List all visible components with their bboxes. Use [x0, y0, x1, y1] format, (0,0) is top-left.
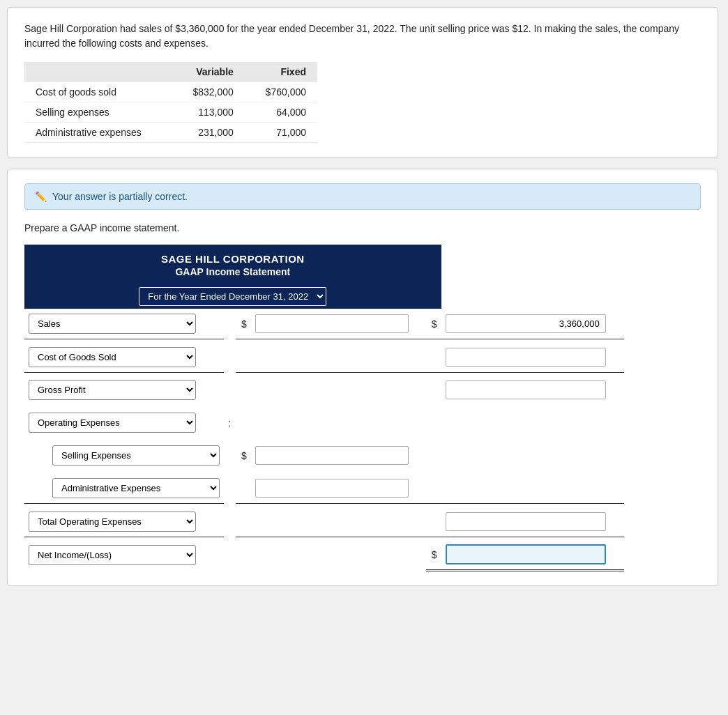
colon: : — [224, 408, 236, 438]
problem-description: Sage Hill Corporation had sales of $3,36… — [24, 22, 701, 51]
dollar-sign-left-empty — [236, 507, 250, 537]
col-header-label — [24, 62, 172, 82]
label-select-cell[interactable]: Cost of Goods Sold — [24, 342, 224, 373]
dollar-sign-right-empty — [426, 507, 441, 537]
amount-left-cell-empty — [251, 375, 427, 405]
amount-right-input[interactable] — [446, 512, 606, 531]
period-row: For the Year Ended December 31, 2022 — [24, 280, 624, 309]
income-row: Total Operating Expenses — [24, 507, 624, 537]
amount-left-input[interactable] — [255, 314, 409, 333]
income-row: Operating Expenses : — [24, 408, 624, 438]
amount-right-cell[interactable] — [441, 342, 624, 373]
amount-left-input[interactable] — [255, 446, 409, 465]
costs-table: Variable Fixed Cost of goods sold $832,0… — [24, 62, 317, 143]
amount-right-cell[interactable] — [441, 507, 624, 537]
answer-card: ✏️ Your answer is partially correct. Pre… — [7, 169, 718, 586]
dollar-sign-right-empty — [426, 342, 441, 373]
dollar-sign-right: $ — [426, 539, 441, 571]
label-select[interactable]: Administrative Expenses — [52, 478, 220, 498]
colon-spacer — [224, 473, 236, 504]
label-select[interactable]: Selling Expenses — [52, 445, 220, 466]
label-select-cell[interactable]: Total Operating Expenses — [24, 507, 224, 537]
colon-spacer — [224, 539, 236, 571]
pencil-icon: ✏️ — [35, 191, 47, 202]
colon-spacer — [224, 507, 236, 537]
dollar-sign-right-empty — [426, 408, 441, 438]
amount-right-input[interactable] — [446, 380, 606, 399]
income-row: Gross Profit — [24, 375, 624, 405]
amount-right-cell-empty — [441, 440, 624, 470]
amount-right-input[interactable] — [446, 544, 606, 564]
label-select-cell[interactable]: Net Income/(Loss) — [24, 539, 224, 571]
dollar-sign-left: $ — [236, 440, 250, 470]
dollar-sign-right: $ — [426, 309, 441, 339]
label-select[interactable]: Net Income/(Loss) — [29, 545, 196, 565]
col-header-variable: Variable — [172, 62, 245, 82]
label-select-cell[interactable]: Administrative Expenses — [24, 473, 224, 504]
amount-right-input[interactable] — [446, 314, 606, 333]
row-variable: $832,000 — [172, 82, 245, 102]
partial-correct-message: Your answer is partially correct. — [52, 191, 188, 202]
label-select-cell[interactable]: Operating Expenses — [24, 408, 224, 438]
dollar-sign-left-empty — [236, 408, 250, 438]
dollar-sign-right-empty — [426, 473, 441, 504]
colon-spacer — [224, 309, 236, 339]
amount-left-input[interactable] — [255, 479, 409, 498]
label-select[interactable]: Total Operating Expenses — [29, 512, 196, 532]
row-variable: 231,000 — [172, 123, 245, 143]
amount-right-cell[interactable] — [441, 539, 624, 571]
stmt-title: GAAP Income Statement — [30, 266, 436, 277]
row-fixed: 71,000 — [245, 123, 317, 143]
col-header-fixed: Fixed — [245, 62, 317, 82]
row-label: Cost of goods sold — [24, 82, 172, 102]
row-variable: 113,000 — [172, 102, 245, 123]
income-row: Net Income/(Loss) $ — [24, 539, 624, 571]
row-fixed: 64,000 — [245, 102, 317, 123]
dollar-sign-left-empty — [236, 342, 250, 373]
colon-spacer — [224, 440, 236, 470]
label-select[interactable]: Operating Expenses — [29, 413, 196, 433]
amount-left-cell-empty — [251, 507, 427, 537]
label-select-cell[interactable]: Selling Expenses — [24, 440, 224, 470]
table-row: Selling expenses 113,000 64,000 — [24, 102, 317, 123]
label-select[interactable]: Gross Profit — [29, 380, 196, 400]
amount-right-cell[interactable] — [441, 375, 624, 405]
amount-right-cell[interactable] — [441, 309, 624, 339]
label-select-cell[interactable]: Gross Profit — [24, 375, 224, 405]
amount-left-cell[interactable] — [251, 473, 427, 504]
amount-left-cell-empty — [251, 342, 427, 373]
label-select[interactable]: Sales — [29, 314, 196, 334]
income-statement-table: SAGE HILL CORPORATION GAAP Income Statem… — [24, 245, 624, 571]
dollar-sign-left: $ — [236, 309, 250, 339]
income-row: Cost of Goods Sold — [24, 342, 624, 373]
amount-left-cell-empty — [251, 539, 427, 571]
amount-right-input[interactable] — [446, 348, 606, 367]
label-select[interactable]: Cost of Goods Sold — [29, 347, 196, 367]
colon-spacer — [224, 375, 236, 405]
table-row: Cost of goods sold $832,000 $760,000 — [24, 82, 317, 102]
income-row: Sales $ $ — [24, 309, 624, 339]
row-label: Selling expenses — [24, 102, 172, 123]
prepare-label: Prepare a GAAP income statement. — [24, 222, 701, 233]
company-name: SAGE HILL CORPORATION — [30, 253, 436, 265]
partial-correct-banner: ✏️ Your answer is partially correct. — [24, 183, 701, 210]
dollar-sign-left-empty — [236, 473, 250, 504]
income-row: Selling Expenses $ — [24, 440, 624, 470]
label-select-cell[interactable]: Sales — [24, 309, 224, 339]
colon-spacer — [224, 342, 236, 373]
dollar-sign-left-empty — [236, 539, 250, 571]
stmt-title-row: GAAP Income Statement — [24, 266, 624, 280]
income-row: Administrative Expenses — [24, 473, 624, 504]
amount-right-cell-empty — [441, 408, 624, 438]
amount-left-cell[interactable] — [251, 309, 427, 339]
dollar-sign-right-empty — [426, 375, 441, 405]
amount-left-cell-empty — [251, 408, 427, 438]
table-row: Administrative expenses 231,000 71,000 — [24, 123, 317, 143]
period-select[interactable]: For the Year Ended December 31, 2022 — [139, 287, 326, 306]
row-label: Administrative expenses — [24, 123, 172, 143]
dollar-sign-right-empty — [426, 440, 441, 470]
company-name-row: SAGE HILL CORPORATION — [24, 245, 624, 266]
amount-left-cell[interactable] — [251, 440, 427, 470]
row-fixed: $760,000 — [245, 82, 317, 102]
problem-card: Sage Hill Corporation had sales of $3,36… — [7, 7, 718, 157]
